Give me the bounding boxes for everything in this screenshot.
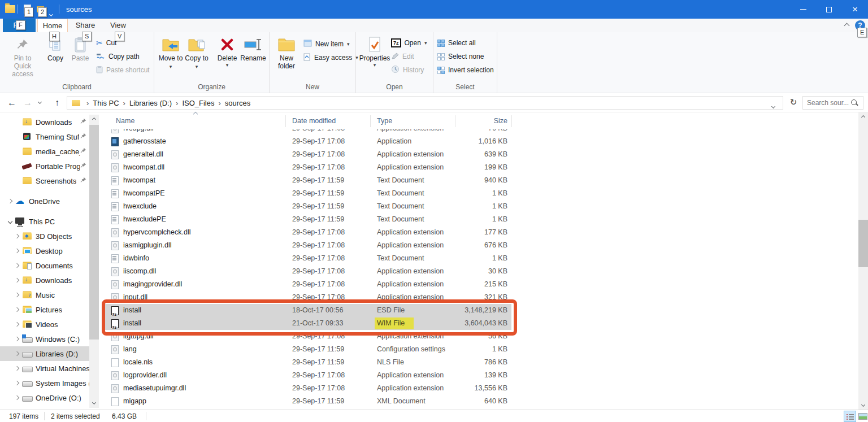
column-header-size[interactable]: Size (421, 117, 507, 125)
quick-access-caret-icon[interactable] (50, 8, 53, 18)
forward-button[interactable]: → (20, 93, 35, 112)
column-header-date-modified[interactable]: Date modified (292, 117, 336, 125)
file-row[interactable]: gatherosstate 29-Sep-17 17:08 Applicatio… (105, 135, 511, 148)
sidebar-item[interactable]: Virtual Machines (0, 361, 89, 376)
sidebar-item[interactable]: Documents (0, 258, 89, 273)
tree-chevron-icon[interactable] (12, 249, 21, 253)
breadcrumb-item[interactable]: Libraries (D:) (129, 99, 172, 107)
maximize-button[interactable] (816, 0, 842, 19)
rename-button[interactable]: Rename (240, 35, 267, 62)
breadcrumb-item[interactable]: sources (225, 99, 251, 107)
sidebar-scrollbar-thumb[interactable] (89, 125, 99, 340)
file-row[interactable]: iiscomp.dll 29-Sep-17 17:08 Application … (105, 265, 511, 278)
tree-chevron-icon[interactable] (12, 396, 21, 399)
copy-to-button[interactable]: Copy to ▾ (184, 35, 209, 71)
back-button[interactable]: ← (5, 93, 19, 112)
sidebar-item[interactable]: Pictures (0, 302, 89, 317)
file-row[interactable]: install 18-Oct-17 00:56 ESD File 3,148,2… (105, 304, 511, 317)
address-dropdown-icon[interactable] (772, 100, 775, 110)
file-row[interactable]: generaltel.dll 29-Sep-17 17:08 Applicati… (105, 148, 511, 161)
details-view-button[interactable] (844, 411, 856, 422)
sidebar-item[interactable]: OneDrive (0, 194, 89, 208)
file-row[interactable]: hwcompat 29-Sep-17 11:59 Text Document 9… (105, 174, 511, 187)
open-button[interactable]: 7zOpen▾ (391, 36, 427, 50)
file-row[interactable]: locale.nls 29-Sep-17 11:59 NLS File 786 … (105, 356, 511, 369)
close-button[interactable]: × (842, 0, 868, 19)
tree-chevron-icon[interactable] (12, 234, 21, 238)
delete-button[interactable]: Delete ▾ (215, 35, 240, 68)
sidebar-item[interactable]: This PC (0, 214, 89, 229)
tab-share[interactable]: Share (70, 19, 101, 32)
sidebar-item[interactable]: Theming Stuf (0, 129, 89, 144)
edit-button[interactable]: Edit (391, 50, 427, 63)
pin-to-quick-access-button[interactable]: Pin to Quick access (5, 35, 41, 78)
sidebar-item[interactable]: Downloads (0, 273, 89, 288)
collapse-ribbon-button[interactable] (841, 21, 852, 30)
column-divider[interactable] (285, 115, 286, 127)
file-list-scrollbar-thumb[interactable] (858, 220, 868, 267)
file-row[interactable]: input.dll 29-Sep-17 17:08 Application ex… (105, 291, 511, 304)
sidebar-item[interactable]: Libraries (D:) (0, 346, 89, 361)
sidebar-item[interactable]: Videos (0, 317, 89, 332)
column-divider[interactable] (455, 115, 455, 127)
file-row[interactable]: lang 29-Sep-17 11:59 Configuration setti… (105, 343, 511, 356)
properties-button[interactable]: Properties ▾ (361, 35, 389, 68)
column-header-type[interactable]: Type (377, 117, 392, 125)
sidebar-item[interactable]: 3D Objects (0, 229, 89, 243)
file-row[interactable]: imagingprovider.dll 29-Sep-17 17:08 Appl… (105, 278, 511, 291)
tab-home[interactable]: Home (37, 19, 68, 32)
minimize-button[interactable] (790, 0, 816, 19)
sidebar-item[interactable]: Music (0, 288, 89, 302)
tree-chevron-icon[interactable] (12, 337, 21, 341)
sidebar-item[interactable]: Downloads (0, 115, 89, 129)
file-row[interactable]: idwbinfo 29-Sep-17 17:08 Text Document 1… (105, 252, 511, 265)
history-button[interactable]: History (391, 63, 427, 77)
scroll-down-icon[interactable] (89, 398, 99, 408)
breadcrumb-item[interactable]: This PC (93, 99, 119, 107)
sidebar-item[interactable]: Windows (C:) (0, 332, 89, 346)
file-row[interactable]: migapp 29-Sep-17 11:59 XML Document 640 … (105, 395, 511, 408)
file-row[interactable]: hwexcludePE 29-Sep-17 11:59 Text Documen… (105, 213, 511, 226)
sidebar-item[interactable]: media_cache_ (0, 144, 89, 159)
thumbnails-view-button[interactable] (857, 411, 868, 422)
column-divider[interactable] (511, 115, 512, 127)
tree-chevron-icon[interactable] (12, 264, 21, 267)
search-input[interactable] (803, 99, 850, 107)
copy-path-button[interactable]: Copy path (96, 50, 150, 63)
new-folder-button[interactable]: New folder (273, 35, 300, 70)
file-row[interactable]: iasmigplugin.dll 29-Sep-17 17:08 Applica… (105, 239, 511, 252)
refresh-icon[interactable]: ↻ (788, 97, 799, 108)
breadcrumb-item[interactable]: ISO_Files (182, 99, 214, 107)
search-box[interactable] (802, 96, 863, 110)
sidebar-scrollbar[interactable] (89, 115, 99, 408)
column-divider[interactable] (370, 115, 371, 127)
tree-chevron-icon[interactable] (12, 279, 21, 282)
tree-chevron-icon[interactable] (6, 199, 15, 203)
up-button[interactable]: ↑ (50, 93, 64, 112)
file-row[interactable]: itgtupg.dll 29-Sep-17 17:08 Application … (105, 330, 511, 343)
address-bar[interactable]: › This PC › Libraries (D:) › ISO_Files ›… (67, 96, 783, 110)
tree-chevron-icon[interactable] (12, 308, 21, 311)
history-caret-icon[interactable] (35, 93, 44, 112)
select-none-button[interactable]: Select none (437, 50, 494, 63)
paste-shortcut-button[interactable]: Paste shortcut (96, 63, 150, 77)
file-row[interactable]: hwcompat.dll 29-Sep-17 17:08 Application… (105, 161, 511, 174)
tree-chevron-icon[interactable] (12, 352, 21, 355)
tree-chevron-icon[interactable] (12, 367, 21, 370)
select-all-button[interactable]: Select all (437, 36, 494, 50)
file-row[interactable]: install 21-Oct-17 09:33 WIM File 3,604,0… (105, 317, 511, 330)
invert-selection-button[interactable]: Invert selection (437, 63, 494, 77)
scroll-down-icon[interactable] (858, 401, 868, 410)
tree-chevron-icon[interactable] (12, 293, 21, 297)
sidebar-item[interactable]: System Images (I (0, 376, 89, 390)
tree-chevron-icon[interactable] (12, 323, 21, 326)
file-row[interactable]: fveupg.dll 29-Sep-17 17:08 Application e… (105, 129, 511, 135)
file-row[interactable]: mediasetupuimgr.dll 29-Sep-17 17:08 Appl… (105, 382, 511, 395)
move-to-button[interactable]: Move to ▾ (158, 35, 183, 71)
easy-access-button[interactable]: Easy access▾ (303, 51, 358, 64)
file-row[interactable]: hypervcomplcheck.dll 29-Sep-17 17:08 App… (105, 226, 511, 239)
new-item-button[interactable]: New item▾ (303, 37, 358, 51)
file-row[interactable]: hwexclude 29-Sep-17 11:59 Text Document … (105, 200, 511, 213)
tree-chevron-icon[interactable] (12, 381, 21, 385)
scroll-up-icon[interactable] (89, 115, 99, 124)
